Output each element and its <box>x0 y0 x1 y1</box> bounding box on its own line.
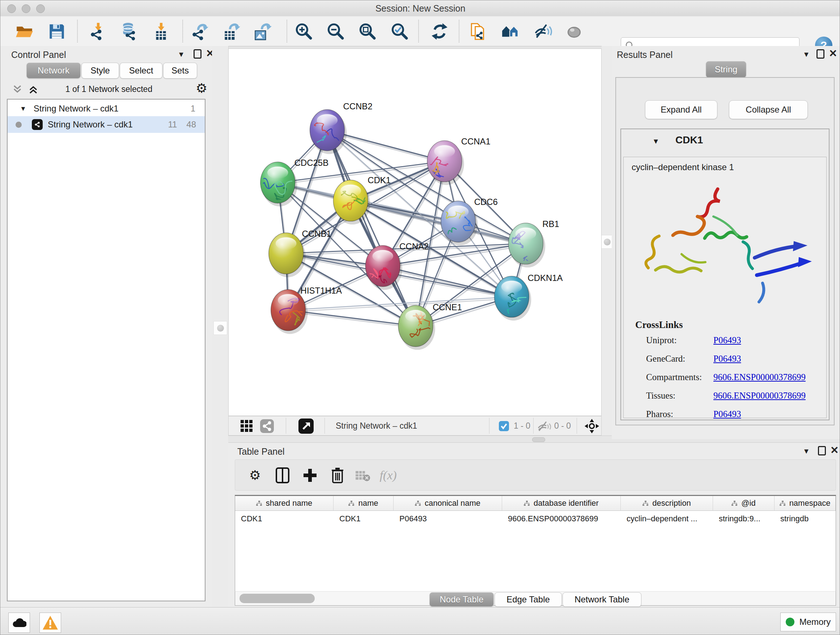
table-cell[interactable]: CDK1 <box>235 511 333 527</box>
export-network-icon <box>190 22 210 41</box>
table-cell[interactable]: CDK1 <box>333 511 393 527</box>
network-canvas[interactable]: CCNB2CCNA1CDC25BCDK1CDC6RB1CCNB1CCNA2CDK… <box>228 49 602 416</box>
column-header-description[interactable]: description <box>621 496 713 510</box>
crosslink-row: Uniprot:P06493 <box>624 335 826 354</box>
table-cell[interactable]: stringdb <box>775 511 836 527</box>
export-image-button[interactable] <box>251 21 272 42</box>
import-network-file-button[interactable] <box>88 21 109 42</box>
expand-all-icon[interactable] <box>28 84 39 95</box>
warnings-button[interactable] <box>39 613 61 633</box>
selected-checkbox-icon[interactable] <box>499 421 509 432</box>
crosslink-link[interactable]: P06493 <box>714 409 741 419</box>
refresh-view-button[interactable] <box>429 21 450 42</box>
toolbar-separator <box>286 20 287 42</box>
scrollbar-thumb[interactable] <box>240 594 315 603</box>
network-collection-row[interactable]: ▼ String Network – cdk1 1 <box>8 101 205 116</box>
import-network-database-button[interactable] <box>118 21 139 42</box>
panel-menu-caret-icon[interactable]: ▼ <box>178 50 185 59</box>
export-network-file-button[interactable] <box>189 21 210 42</box>
crosslink-link[interactable]: P06493 <box>714 335 741 345</box>
expand-all-button[interactable]: Expand All <box>645 100 717 119</box>
panel-close-icon[interactable]: ✕ <box>829 49 837 58</box>
apply-function-button[interactable]: f(x) <box>378 466 398 485</box>
left-splitter-handle[interactable] <box>213 321 227 335</box>
table-cell[interactable]: stringdb:9... <box>713 511 775 527</box>
show-columns-button[interactable] <box>273 466 292 485</box>
zoom-selected-button[interactable] <box>389 21 410 42</box>
hidden-eye-slash-icon[interactable] <box>537 421 551 432</box>
tab-edge-table[interactable]: Edge Table <box>494 592 562 607</box>
column-hierarchy-icon <box>731 501 737 506</box>
refresh-icon <box>430 22 449 41</box>
column-header-shared-name[interactable]: shared name <box>235 496 333 510</box>
panel-float-icon[interactable] <box>194 49 202 59</box>
zoom-in-button[interactable] <box>293 21 314 42</box>
tab-sets[interactable]: Sets <box>163 63 197 79</box>
network-badge-icon[interactable] <box>260 419 274 433</box>
network-node-cdc6[interactable]: CDC6 <box>441 197 498 245</box>
open-external-icon[interactable] <box>298 418 314 434</box>
first-neighbors-button[interactable] <box>500 21 521 42</box>
table-row[interactable]: CDK1CDK1P064939606.ENSP00000378699cyclin… <box>235 511 836 527</box>
crosslink-link[interactable]: 9606.ENSP00000378699 <box>714 391 806 401</box>
gene-caret-icon[interactable]: ▼ <box>652 137 660 146</box>
crosslink-row: GeneCard:P06493 <box>624 354 826 372</box>
network-edge[interactable] <box>327 130 416 326</box>
table-options-button[interactable]: ⚙ <box>245 466 265 485</box>
table-cell[interactable]: cyclin–dependent ... <box>621 511 713 527</box>
save-session-button[interactable] <box>46 21 67 42</box>
zoom-out-button[interactable] <box>325 21 346 42</box>
network-row[interactable]: String Network – cdk1 11 48 <box>8 116 205 133</box>
tab-network[interactable]: Network <box>27 63 81 79</box>
collection-caret-icon[interactable]: ▼ <box>20 105 27 112</box>
grid-view-icon[interactable] <box>240 420 253 432</box>
column-header-database-identifier[interactable]: database identifier <box>502 496 621 510</box>
birdseye-crosshair-icon[interactable] <box>584 418 600 434</box>
panel-menu-caret-icon[interactable]: ▼ <box>803 447 810 455</box>
tab-node-table[interactable]: Node Table <box>429 592 494 607</box>
column-header-name[interactable]: name <box>333 496 393 510</box>
tab-network-table-label: Network Table <box>575 594 630 605</box>
column-header-namespace[interactable]: namespace <box>775 496 836 510</box>
network-graph[interactable]: CCNB2CCNA1CDC25BCDK1CDC6RB1CCNB1CCNA2CDK… <box>229 49 601 416</box>
table-cell[interactable]: P06493 <box>393 511 502 527</box>
right-splitter[interactable] <box>602 46 612 435</box>
column-header-canonical-name[interactable]: canonical name <box>393 496 502 510</box>
tab-style[interactable]: Style <box>81 63 119 79</box>
tab-select[interactable]: Select <box>120 63 163 79</box>
column-header--id[interactable]: @id <box>713 496 775 510</box>
horizontal-splitter-handle[interactable] <box>532 437 545 442</box>
network-node-cdc25b[interactable]: CDC25B <box>261 158 328 206</box>
node-label: CCNB1 <box>302 229 332 239</box>
panel-menu-caret-icon[interactable]: ▼ <box>803 50 810 59</box>
network-options-gear-icon[interactable]: ⚙ <box>196 81 207 96</box>
cloud-status-button[interactable] <box>8 613 30 633</box>
export-table-button[interactable] <box>220 21 241 42</box>
show-hidden-button[interactable] <box>564 21 584 42</box>
delete-column-button[interactable] <box>328 466 347 485</box>
network-node-cdkn1a[interactable]: CDKN1A <box>494 273 563 329</box>
memory-button[interactable]: Memory <box>780 613 836 631</box>
collapse-all-icon[interactable] <box>12 84 23 95</box>
panel-close-icon[interactable]: ✕ <box>830 446 838 455</box>
panel-float-icon[interactable] <box>818 446 826 455</box>
network-node-rb1[interactable]: RB1 <box>508 219 559 268</box>
network-node-ccne1[interactable]: CCNE1 <box>398 302 462 350</box>
hide-selected-button[interactable] <box>532 21 553 42</box>
open-session-button[interactable] <box>14 21 35 42</box>
clone-network-button[interactable] <box>468 21 489 42</box>
table-cell[interactable]: 9606.ENSP00000378699 <box>502 511 621 527</box>
panel-float-icon[interactable] <box>816 49 824 59</box>
gene-details-box: cyclin–dependent kinase 1 <box>623 157 827 418</box>
delete-table-button[interactable] <box>353 466 373 485</box>
crosslink-link[interactable]: 9606.ENSP00000378699 <box>714 372 806 382</box>
import-table-file-button[interactable] <box>150 21 172 42</box>
tab-string[interactable]: String <box>706 61 746 78</box>
collapse-all-button[interactable]: Collapse All <box>729 100 808 119</box>
left-splitter[interactable] <box>212 46 229 607</box>
tab-network-table[interactable]: Network Table <box>562 592 641 607</box>
create-column-button[interactable] <box>300 466 320 485</box>
network-node-ccna1[interactable]: CCNA1 <box>426 136 491 185</box>
crosslink-link[interactable]: P06493 <box>714 354 741 364</box>
zoom-fit-button[interactable] <box>357 21 378 42</box>
